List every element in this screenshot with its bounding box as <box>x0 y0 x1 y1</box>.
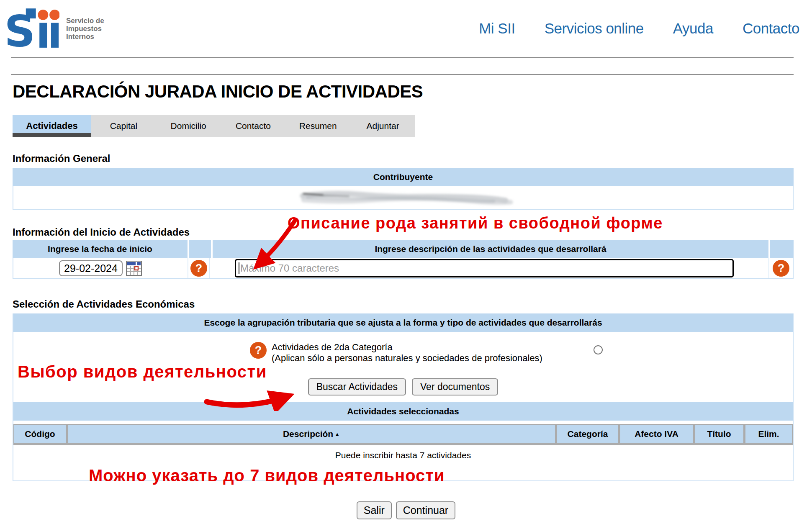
inicio-table-row: ? ? <box>13 258 794 279</box>
tab-actividades[interactable]: Actividades <box>13 115 91 137</box>
seleccion-table: Escoge la agrupación tributaria que se a… <box>13 313 794 481</box>
tab-label: Domicilio <box>171 121 206 131</box>
annotation-arrow-right-icon <box>200 385 309 411</box>
categoria-title: Actividades de 2da Categoría <box>272 342 542 353</box>
help-column-header-right <box>770 240 794 258</box>
tab-label: Contacto <box>236 121 271 131</box>
tab-resumen[interactable]: Resumen <box>285 115 350 137</box>
inicio-table: Ingrese la fecha de inicio Ingrese descr… <box>13 240 794 279</box>
categoria-note: (Aplican sólo a personas naturales y soc… <box>272 353 542 364</box>
annotation-limite: Можно указать до 7 видов деятельности <box>89 466 445 485</box>
tab-adjuntar[interactable]: Adjuntar <box>350 115 415 137</box>
tab-label: Adjuntar <box>366 121 399 131</box>
help-column-header <box>189 240 211 258</box>
column-descripcion[interactable]: Descripción▲ <box>68 425 555 443</box>
tab-label: Actividades <box>26 121 78 131</box>
column-codigo: Código <box>14 425 66 443</box>
logo-line-3: Internos <box>66 33 104 41</box>
fecha-input[interactable] <box>59 260 123 276</box>
column-elim: Elim. <box>745 425 792 443</box>
top-nav: Mi SII Servicios online Ayuda Contacto <box>479 20 799 37</box>
tab-label: Resumen <box>299 121 337 131</box>
logo-line-2: Impuestos <box>66 25 104 33</box>
column-descripcion-label: Descripción <box>283 429 333 439</box>
tab-label: Capital <box>110 121 137 131</box>
ver-documentos-button[interactable]: Ver documentos <box>412 378 498 395</box>
title-divider <box>11 74 794 75</box>
header-divider <box>11 57 794 58</box>
sort-asc-icon: ▲ <box>334 431 340 437</box>
tab-bar: Actividades Capital Domicilio Contacto R… <box>13 115 812 137</box>
fecha-cell <box>13 258 188 278</box>
seleccionadas-banner: Actividades seleccionadas <box>13 402 793 421</box>
info-general-heading: Información General <box>13 153 812 164</box>
contribuyente-header: Contribuyente <box>13 168 794 186</box>
tab-domicilio[interactable]: Domicilio <box>156 115 221 137</box>
descripcion-help-icon[interactable]: ? <box>773 260 789 277</box>
annotation-seleccion: Выбор видов деятельности <box>18 362 267 381</box>
site-header: S Servicio de Impuestos Internos Mi SII … <box>0 0 812 57</box>
tab-strip: Capital Domicilio Contacto Resumen Adjun… <box>91 115 415 137</box>
nav-ayuda[interactable]: Ayuda <box>673 20 713 37</box>
page-title: DECLARACIÓN JURADA INICIO DE ACTIVIDADES <box>13 82 812 101</box>
sii-logo-icon: S <box>6 8 59 49</box>
column-categoria: Categoría <box>557 425 618 443</box>
annotation-descripcion: Описание рода занятий в свободной форме <box>288 214 663 232</box>
salir-button[interactable]: Salir <box>357 501 392 519</box>
page: S Servicio de Impuestos Internos Mi SII … <box>0 0 812 529</box>
nav-mi-sii[interactable]: Mi SII <box>479 20 515 37</box>
nav-servicios-online[interactable]: Servicios online <box>545 20 644 37</box>
banner-gap <box>13 421 793 424</box>
fecha-help-cell: ? <box>188 258 210 278</box>
fecha-column-header: Ingrese la fecha de inicio <box>13 240 188 258</box>
inicio-table-header: Ingrese la fecha de inicio Ingrese descr… <box>13 240 794 258</box>
tab-contacto[interactable]: Contacto <box>221 115 286 137</box>
seleccionadas-column-headers: Código Descripción▲ Categoría Afecto IVA… <box>13 424 793 445</box>
seleccion-heading: Selección de Actividades Económicas <box>13 298 812 310</box>
calendar-icon[interactable] <box>126 261 142 276</box>
fecha-help-icon[interactable]: ? <box>190 260 207 277</box>
footer-actions: Salir Continuar <box>0 501 812 519</box>
agrupacion-banner: Escoge la agrupación tributaria que se a… <box>13 313 793 332</box>
continuar-button[interactable]: Continuar <box>396 501 455 519</box>
sii-logo[interactable]: S Servicio de Impuestos Internos <box>6 8 104 49</box>
tab-capital[interactable]: Capital <box>91 115 156 137</box>
redacted-name-scribble <box>291 187 517 212</box>
categoria-block: ? Actividades de 2da Categoría (Aplican … <box>250 342 542 364</box>
categoria-text: Actividades de 2da Categoría (Aplican só… <box>272 342 542 364</box>
logo-line-1: Servicio de <box>66 17 104 25</box>
nav-contacto[interactable]: Contacto <box>743 20 799 37</box>
column-titulo: Título <box>695 425 743 443</box>
sii-logo-text: Servicio de Impuestos Internos <box>66 17 104 41</box>
descripcion-help-cell: ? <box>769 258 793 278</box>
column-afecto-iva: Afecto IVA <box>620 425 693 443</box>
categoria-2da-radio[interactable] <box>594 345 603 354</box>
buscar-actividades-button[interactable]: Buscar Actividades <box>308 378 406 395</box>
categoria-help-icon[interactable]: ? <box>250 342 267 359</box>
